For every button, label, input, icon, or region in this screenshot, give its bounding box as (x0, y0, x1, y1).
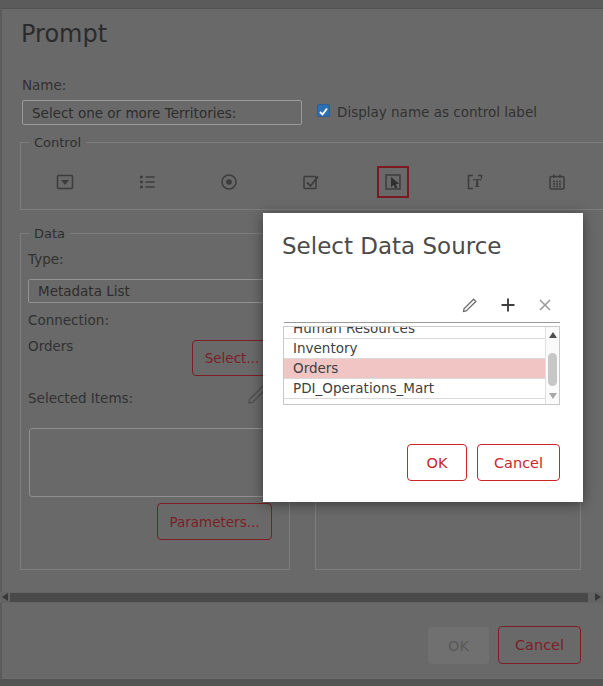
type-label: Type: (28, 251, 64, 267)
connection-value: Orders (28, 338, 73, 354)
radio-button-icon[interactable] (219, 172, 239, 192)
name-label: Name: (22, 77, 66, 93)
data-source-item[interactable]: Human Resources (284, 326, 547, 339)
close-icon[interactable] (536, 296, 554, 314)
modal-title: Select Data Source (282, 233, 502, 259)
data-source-item-selected[interactable]: Orders (284, 359, 547, 379)
control-group-legend: Control (29, 135, 86, 150)
checkbox-icon[interactable] (301, 172, 321, 192)
select-connection-button[interactable]: Select... (192, 340, 272, 376)
display-name-checkbox-label: Display name as control label (337, 104, 537, 120)
dialog-ok-button[interactable]: OK (428, 627, 489, 664)
modal-cancel-button[interactable]: Cancel (477, 444, 560, 481)
selected-items-label: Selected Items: (28, 390, 133, 406)
modal-ok-button[interactable]: OK (407, 444, 467, 481)
list-icon[interactable] (137, 172, 157, 192)
list-vertical-scrollbar[interactable] (545, 327, 559, 404)
connection-label: Connection: (28, 312, 109, 328)
list-picker-icon[interactable] (383, 172, 403, 192)
edit-icon[interactable] (461, 296, 479, 314)
data-group-legend: Data (29, 226, 70, 241)
scroll-down-arrow-icon[interactable] (549, 393, 557, 399)
scroll-up-arrow-icon[interactable] (549, 332, 557, 338)
list-scrollbar-thumb[interactable] (548, 353, 557, 386)
data-source-item[interactable]: Inventory (284, 339, 547, 359)
selected-items-listbox[interactable] (29, 428, 285, 497)
data-source-listbox: Human Resources Inventory Orders PDI_Ope… (283, 326, 560, 405)
display-name-checkbox[interactable] (317, 104, 330, 117)
page-title: Prompt (21, 20, 107, 48)
prompt-dialog-screen: Prompt Name: Display name as control lab… (0, 0, 603, 686)
add-icon[interactable] (499, 296, 517, 314)
type-select[interactable]: Metadata List (28, 279, 285, 303)
horizontal-scrollbar-thumb[interactable] (10, 593, 588, 602)
window-top-edge (0, 0, 603, 9)
scroll-left-arrow-icon[interactable] (2, 593, 8, 601)
dropdown-icon[interactable] (55, 172, 75, 192)
data-source-item[interactable]: PDI_Operations_Mart (284, 379, 547, 399)
name-input[interactable] (22, 100, 302, 125)
svg-text:T: T (473, 177, 482, 190)
data-source-items: Human Resources Inventory Orders PDI_Ope… (284, 327, 547, 399)
select-data-source-modal: Select Data Source Human Resources Inven… (263, 213, 583, 502)
parameters-button[interactable]: Parameters... (157, 503, 272, 540)
check-icon (318, 106, 329, 117)
calendar-icon[interactable] (547, 172, 567, 192)
window-bottom-edge (0, 679, 603, 686)
horizontal-scrollbar[interactable] (0, 592, 603, 603)
modal-divider (284, 322, 560, 323)
window-left-edge (0, 0, 2, 686)
text-field-icon[interactable]: T (465, 172, 485, 192)
scroll-right-arrow-icon[interactable] (595, 593, 601, 601)
dialog-cancel-button[interactable]: Cancel (498, 626, 581, 664)
